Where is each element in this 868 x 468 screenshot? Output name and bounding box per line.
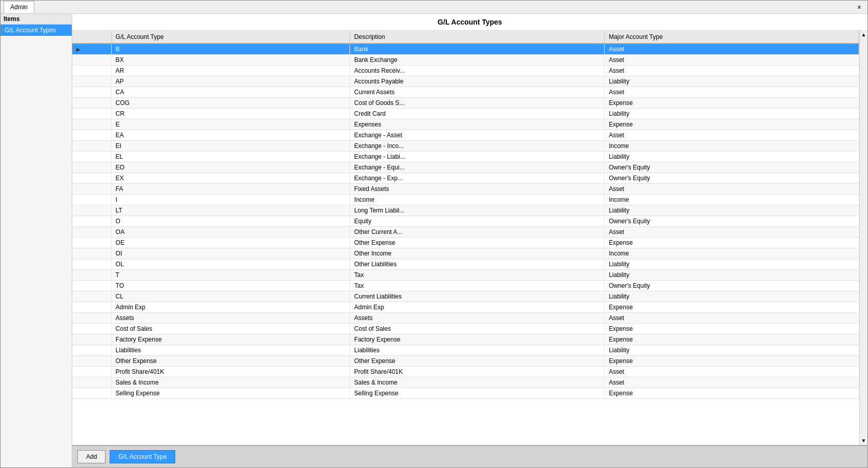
table-row[interactable]: OAOther Current A...Asset: [72, 227, 859, 238]
table-container[interactable]: G/L Account Type Description Major Accou…: [72, 31, 859, 445]
cell-description: Exchange - Inco...: [350, 141, 605, 152]
cell-description: Admin Exp: [350, 302, 605, 313]
row-indicator: [72, 119, 111, 130]
table-row[interactable]: Factory ExpenseFactory ExpenseExpense: [72, 334, 859, 345]
sidebar: Items G/L Account Types: [1, 14, 72, 467]
table-row[interactable]: COGCost of Goods S...Expense: [72, 98, 859, 109]
table-row[interactable]: Other ExpenseOther ExpenseExpense: [72, 356, 859, 367]
gl-account-type-tab-button[interactable]: G/L Account Type: [110, 450, 175, 463]
row-indicator: [72, 291, 111, 302]
table-row[interactable]: IIncomeIncome: [72, 195, 859, 205]
cell-major-account-type: Expense: [605, 334, 859, 345]
cell-major-account-type: Owner's Equity: [605, 173, 859, 184]
cell-major-account-type: Owner's Equity: [605, 216, 859, 227]
cell-code: OL: [111, 259, 350, 270]
table-row[interactable]: EExpensesExpense: [72, 119, 859, 130]
table-row[interactable]: LTLong Term Liabil...Liability: [72, 205, 859, 216]
table-row[interactable]: OEOther ExpenseExpense: [72, 238, 859, 248]
table-row[interactable]: Selling ExpenseSelling ExpenseExpense: [72, 388, 859, 399]
table-row[interactable]: EAExchange - AssetAsset: [72, 130, 859, 141]
table-row[interactable]: EIExchange - Inco...Income: [72, 141, 859, 152]
cell-description: Profit Share/401K: [350, 367, 605, 377]
cell-code: CA: [111, 87, 350, 98]
row-indicator: [72, 87, 111, 98]
col-major-account-type[interactable]: Major Account Type: [605, 31, 859, 44]
cell-description: Income: [350, 195, 605, 205]
cell-major-account-type: Liability: [605, 109, 859, 119]
row-indicator: [72, 130, 111, 141]
row-indicator: [72, 248, 111, 259]
table-row[interactable]: LiabilitiesLiabilitiesLiability: [72, 345, 859, 356]
row-indicator: [72, 345, 111, 356]
cell-description: Exchange - Liabi...: [350, 152, 605, 162]
cell-description: Current Liabilities: [350, 291, 605, 302]
cell-code: COG: [111, 98, 350, 109]
cell-major-account-type: Expense: [605, 119, 859, 130]
cell-code: T: [111, 270, 350, 281]
add-button[interactable]: Add: [77, 450, 106, 463]
close-button[interactable]: ×: [854, 2, 864, 12]
cell-code: EO: [111, 162, 350, 173]
cell-major-account-type: Asset: [605, 313, 859, 324]
table-row[interactable]: Profit Share/401KProfit Share/401KAsset: [72, 367, 859, 377]
row-indicator: [72, 76, 111, 87]
table-row[interactable]: TTaxLiability: [72, 270, 859, 281]
table-row[interactable]: CLCurrent LiabilitiesLiability: [72, 291, 859, 302]
cell-code: EI: [111, 141, 350, 152]
cell-code: Admin Exp: [111, 302, 350, 313]
table-row[interactable]: APAccounts PayableLiability: [72, 76, 859, 87]
cell-description: Selling Expense: [350, 388, 605, 399]
cell-major-account-type: Asset: [605, 130, 859, 141]
table-row[interactable]: FAFixed AssetsAsset: [72, 184, 859, 195]
col-gl-account-type[interactable]: G/L Account Type: [111, 31, 350, 44]
table-row[interactable]: BXBank ExchangeAsset: [72, 55, 859, 66]
admin-tab[interactable]: Admin: [4, 1, 34, 13]
cell-major-account-type: Asset: [605, 87, 859, 98]
cell-major-account-type: Expense: [605, 388, 859, 399]
sidebar-item-gl-account-types[interactable]: G/L Account Types: [1, 25, 72, 36]
cell-code: CR: [111, 109, 350, 119]
cell-major-account-type: Expense: [605, 302, 859, 313]
cell-major-account-type: Asset: [605, 44, 859, 55]
col-indicator: [72, 31, 111, 44]
col-description[interactable]: Description: [350, 31, 605, 44]
table-row[interactable]: ARAccounts Receiv...Asset: [72, 66, 859, 76]
page-title: G/L Account Types: [72, 14, 867, 31]
table-row[interactable]: AssetsAssetsAsset: [72, 313, 859, 324]
scrollbar[interactable]: ▲ ▼: [859, 31, 867, 445]
cell-description: Cost of Sales: [350, 324, 605, 334]
cell-description: Accounts Receiv...: [350, 66, 605, 76]
cell-major-account-type: Asset: [605, 184, 859, 195]
table-row[interactable]: EOExchange - Equi...Owner's Equity: [72, 162, 859, 173]
cell-major-account-type: Liability: [605, 205, 859, 216]
table-row[interactable]: Admin ExpAdmin ExpExpense: [72, 302, 859, 313]
cell-description: Bank: [350, 44, 605, 55]
cell-description: Bank Exchange: [350, 55, 605, 66]
table-row[interactable]: ▶BBankAsset: [72, 44, 859, 55]
table-row[interactable]: ELExchange - Liabi...Liability: [72, 152, 859, 162]
cell-description: Exchange - Equi...: [350, 162, 605, 173]
table-row[interactable]: Cost of SalesCost of SalesExpense: [72, 324, 859, 334]
row-indicator: [72, 109, 111, 119]
cell-code: Cost of Sales: [111, 324, 350, 334]
table-row[interactable]: Sales & IncomeSales & IncomeAsset: [72, 377, 859, 388]
cell-description: Assets: [350, 313, 605, 324]
cell-code: OA: [111, 227, 350, 238]
table-row[interactable]: CACurrent AssetsAsset: [72, 87, 859, 98]
cell-major-account-type: Liability: [605, 76, 859, 87]
cell-major-account-type: Liability: [605, 291, 859, 302]
table-row[interactable]: OIOther IncomeIncome: [72, 248, 859, 259]
scroll-up-arrow[interactable]: ▲: [860, 31, 868, 39]
table-row[interactable]: OEquityOwner's Equity: [72, 216, 859, 227]
table-row[interactable]: OLOther LiabilitiesLiability: [72, 259, 859, 270]
cell-description: Liabilities: [350, 345, 605, 356]
cell-major-account-type: Asset: [605, 55, 859, 66]
scroll-down-arrow[interactable]: ▼: [860, 437, 868, 445]
cell-code: Assets: [111, 313, 350, 324]
cell-major-account-type: Income: [605, 195, 859, 205]
row-indicator: [72, 313, 111, 324]
table-row[interactable]: CRCredit CardLiability: [72, 109, 859, 119]
row-indicator: [72, 195, 111, 205]
table-row[interactable]: EXExchange - Exp...Owner's Equity: [72, 173, 859, 184]
table-row[interactable]: TOTaxOwner's Equity: [72, 281, 859, 291]
